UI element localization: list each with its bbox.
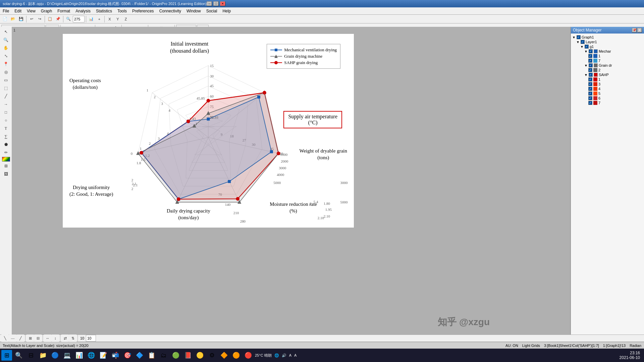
sahp-3-checkbox[interactable]: ✓ [588,82,592,86]
tree-grain-2[interactable]: ✓ 2 [572,68,643,72]
tree-g1[interactable]: ▼ ✓ g1 [572,44,643,49]
app-18[interactable]: 🔴 [243,350,254,361]
tree-mech-1[interactable]: ✓ 1 [572,54,643,58]
draw-rect-tool[interactable]: □ [1,109,11,116]
freehand-tool[interactable]: ✏ [1,149,11,156]
bottom-tb-3[interactable]: ╱ [17,335,24,342]
menu-statistics[interactable]: Statistics [93,8,115,14]
g1-checkbox[interactable]: ✓ [585,45,589,49]
bottom-tb-4[interactable]: ⊞ [26,335,34,342]
bottom-tb-9[interactable]: ⇅ [69,335,76,342]
tree-layer1[interactable]: ▼ ✓ Layer1 [572,40,643,44]
app-2[interactable]: 🔵 [50,350,60,361]
menu-file[interactable]: File [0,8,12,14]
tree-sahp-3[interactable]: ✓ 3 [572,82,643,86]
graph1-checkbox[interactable]: ✓ [577,35,581,39]
close-button[interactable]: ✕ [220,1,225,6]
mechanical-checkbox[interactable]: ✓ [589,49,593,53]
menu-window[interactable]: Window [184,8,204,14]
screen-reader-tool[interactable]: 📍 [1,60,11,68]
app-1[interactable]: 📁 [38,350,48,361]
x-axis-btn[interactable]: X [106,15,113,23]
tree-grain[interactable]: ▼ ✓ Grain dr [572,63,643,68]
table-tool[interactable]: ⊞ [1,162,11,170]
search-taskbar-btn[interactable]: 🔍 [13,350,24,361]
app-13[interactable]: 📕 [182,350,193,361]
bottom-tb-6[interactable]: ↔ [44,335,51,342]
bottom-font-size-input[interactable] [86,335,96,342]
data-selector-tool[interactable]: ▭ [1,76,11,84]
new-btn[interactable]: 📄 [1,15,9,23]
sahp-7-checkbox[interactable]: ✓ [588,101,592,105]
open-btn[interactable]: 📂 [9,15,17,23]
bottom-tb-7[interactable]: ↕ [52,335,59,342]
save-btn[interactable]: 💾 [17,15,25,23]
app-8[interactable]: 🎯 [122,350,133,361]
bottom-tb-8[interactable]: ⇄ [61,335,69,342]
tree-sahp-1[interactable]: ✓ 1 [572,77,643,82]
app-12[interactable]: 🟢 [170,350,181,361]
menu-help[interactable]: Help [220,8,233,14]
app-3[interactable]: 💻 [62,350,72,361]
tree-mech-7[interactable]: ✓ 7 [572,58,643,63]
draw-line-tool[interactable]: ╱ [1,93,11,100]
app-5[interactable]: 🌐 [86,350,97,361]
layer1-checkbox[interactable]: ✓ [581,40,585,44]
y-axis-btn[interactable]: Y [114,15,121,23]
image-tool[interactable]: 🖼 [1,170,11,178]
app-10[interactable]: 📋 [146,350,157,361]
graph-container[interactable]: .axis-line { stroke: #bbb; stroke-width:… [62,34,354,228]
draw-arrow-tool[interactable]: → [1,101,11,108]
minimize-button[interactable]: ─ [207,1,212,6]
bottom-tb-5[interactable]: ⊟ [34,335,42,342]
tree-sahp[interactable]: ▼ ✓ SAHP [572,72,643,77]
pan-tool[interactable]: ✋ [1,44,11,52]
mech-1-checkbox[interactable]: ✓ [588,54,592,58]
task-view-btn[interactable]: ⊟ [25,350,36,361]
zoom-tool[interactable]: 🔍 [1,36,11,44]
pointer-tool[interactable]: ↖ [1,28,11,36]
bottom-tb-2[interactable]: — [9,335,16,342]
scale-tool[interactable]: ⤡ [1,52,11,60]
app-15[interactable]: ⚙ [207,350,217,361]
app-6[interactable]: 📝 [98,350,109,361]
app-4[interactable]: 📊 [74,350,85,361]
tree-mechanical[interactable]: ▼ ✓ Mechar [572,49,643,54]
redo-btn[interactable]: ↪ [36,15,43,23]
app-7[interactable]: 📬 [110,350,121,361]
undo-btn[interactable]: ↩ [28,15,35,23]
zoom-input[interactable] [73,16,85,22]
menu-preferences[interactable]: Preferences [129,8,157,14]
sahp-6-checkbox[interactable]: ✓ [588,96,592,100]
sahp-1-checkbox[interactable]: ✓ [588,77,592,81]
menu-connectivity[interactable]: Connectivity [157,8,184,14]
tree-sahp-6[interactable]: ✓ 6 [572,96,643,101]
app-11[interactable]: 🗂 [158,350,169,361]
formula-tool[interactable]: ∑ [1,133,11,140]
app-16[interactable]: 🔶 [219,350,229,361]
maximize-button[interactable]: □ [213,1,219,6]
start-button[interactable]: ⊞ [1,350,12,361]
menu-tools[interactable]: Tools [115,8,129,14]
menu-view[interactable]: View [24,8,38,14]
bottom-tb-1[interactable]: ╲ [1,335,9,342]
panel-close-btn[interactable]: ✕ [637,28,642,33]
tree-graph1[interactable]: ▼ ✓ Graph1 [572,35,643,40]
color-palette[interactable] [2,157,10,162]
z-axis-btn[interactable]: Z [122,15,129,23]
app-9[interactable]: 🔷 [134,350,145,361]
app-17[interactable]: 🟠 [231,350,241,361]
menu-social[interactable]: Social [204,8,220,14]
sahp-checkbox[interactable]: ✓ [589,73,593,77]
copy-btn[interactable]: 📋 [46,15,54,23]
draw-ellipse-tool[interactable]: ○ [1,117,11,124]
tree-sahp-7[interactable]: ✓ 7 [572,101,643,105]
app-14[interactable]: 🟡 [195,350,205,361]
zoom-in-btn[interactable]: 🔍 [65,15,72,23]
sahp-4-checkbox[interactable]: ✓ [588,87,592,91]
tree-sahp-4[interactable]: ✓ 4 [572,86,643,91]
grain-2-checkbox[interactable]: ✓ [588,68,592,72]
menu-analysis[interactable]: Analysis [73,8,93,14]
mask-tool[interactable]: ⬚ [1,84,11,92]
menu-graph[interactable]: Graph [38,8,55,14]
